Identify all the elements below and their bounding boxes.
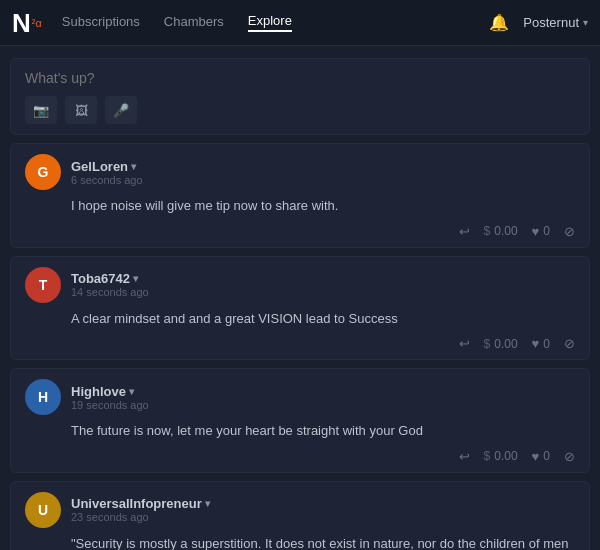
camera-icon: 📷 <box>33 103 49 118</box>
tip-amount[interactable]: $ 0.00 <box>484 449 518 463</box>
post-header: G GelLoren ▾ 6 seconds ago <box>25 154 575 190</box>
post-meta: Toba6742 ▾ 14 seconds ago <box>71 271 149 298</box>
post-header: T Toba6742 ▾ 14 seconds ago <box>25 267 575 303</box>
post-card: H Highlove ▾ 19 seconds ago The future i… <box>10 368 590 473</box>
post-time: 23 seconds ago <box>71 511 210 523</box>
post-body: I hope noise will give me tip now to sha… <box>71 196 575 216</box>
post-author[interactable]: GelLoren ▾ <box>71 159 143 174</box>
like-count: 0 <box>543 337 550 351</box>
nav-explore[interactable]: Explore <box>248 13 292 32</box>
post-box: 📷 🖼 🎤 <box>10 58 590 135</box>
post-card: U UniversalInfopreneur ▾ 23 seconds ago … <box>10 481 590 551</box>
reply-icon: ↩ <box>459 449 470 464</box>
like-count: 0 <box>543 449 550 463</box>
dollar-icon: $ <box>484 224 491 238</box>
post-meta: GelLoren ▾ 6 seconds ago <box>71 159 143 186</box>
avatar: T <box>25 267 61 303</box>
like-count: 0 <box>543 224 550 238</box>
like-button[interactable]: ♥ 0 <box>532 336 550 351</box>
navbar: N ²α Subscriptions Chambers Explore 🔔 Po… <box>0 0 600 46</box>
post-body: The future is now, let me your heart be … <box>71 421 575 441</box>
reply-icon: ↩ <box>459 336 470 351</box>
post-body: A clear mindset and and a great VISION l… <box>71 309 575 329</box>
reply-button[interactable]: ↩ <box>459 224 470 239</box>
feed: G GelLoren ▾ 6 seconds ago I hope noise … <box>0 143 600 550</box>
user-chevron-icon: ▾ <box>583 17 588 28</box>
heart-icon: ♥ <box>532 336 540 351</box>
avatar: H <box>25 379 61 415</box>
post-input[interactable] <box>25 70 575 86</box>
block-icon: ⊘ <box>564 449 575 464</box>
logo-n: N <box>12 10 31 36</box>
post-meta: UniversalInfopreneur ▾ 23 seconds ago <box>71 496 210 523</box>
author-chevron-icon: ▾ <box>133 273 138 284</box>
post-header: U UniversalInfopreneur ▾ 23 seconds ago <box>25 492 575 528</box>
amount-value: 0.00 <box>494 224 517 238</box>
dollar-icon: $ <box>484 449 491 463</box>
mic-button[interactable]: 🎤 <box>105 96 137 124</box>
block-icon: ⊘ <box>564 336 575 351</box>
user-menu[interactable]: Posternut ▾ <box>523 15 588 30</box>
like-button[interactable]: ♥ 0 <box>532 224 550 239</box>
nav-chambers[interactable]: Chambers <box>164 14 224 31</box>
post-time: 6 seconds ago <box>71 174 143 186</box>
tip-amount[interactable]: $ 0.00 <box>484 337 518 351</box>
post-card: T Toba6742 ▾ 14 seconds ago A clear mind… <box>10 256 590 361</box>
post-footer: ↩ $ 0.00 ♥ 0 ⊘ <box>25 336 575 351</box>
nav-right: 🔔 Posternut ▾ <box>489 13 588 32</box>
heart-icon: ♥ <box>532 449 540 464</box>
dollar-icon: $ <box>484 337 491 351</box>
post-author[interactable]: Highlove ▾ <box>71 384 149 399</box>
amount-value: 0.00 <box>494 449 517 463</box>
author-chevron-icon: ▾ <box>131 161 136 172</box>
block-button[interactable]: ⊘ <box>564 224 575 239</box>
post-time: 14 seconds ago <box>71 286 149 298</box>
author-chevron-icon: ▾ <box>129 386 134 397</box>
nav-links: Subscriptions Chambers Explore <box>62 13 490 32</box>
reply-button[interactable]: ↩ <box>459 336 470 351</box>
post-card: G GelLoren ▾ 6 seconds ago I hope noise … <box>10 143 590 248</box>
image-button[interactable]: 🖼 <box>65 96 97 124</box>
app-logo[interactable]: N ²α <box>12 10 42 36</box>
username-label: Posternut <box>523 15 579 30</box>
post-meta: Highlove ▾ 19 seconds ago <box>71 384 149 411</box>
mic-icon: 🎤 <box>113 103 129 118</box>
like-button[interactable]: ♥ 0 <box>532 449 550 464</box>
post-time: 19 seconds ago <box>71 399 149 411</box>
reply-icon: ↩ <box>459 224 470 239</box>
post-body: "Security is mostly a superstition. It d… <box>71 534 575 551</box>
post-author[interactable]: UniversalInfopreneur ▾ <box>71 496 210 511</box>
block-button[interactable]: ⊘ <box>564 336 575 351</box>
post-actions: 📷 🖼 🎤 <box>25 96 575 124</box>
post-footer: ↩ $ 0.00 ♥ 0 ⊘ <box>25 224 575 239</box>
tip-amount[interactable]: $ 0.00 <box>484 224 518 238</box>
heart-icon: ♥ <box>532 224 540 239</box>
image-icon: 🖼 <box>75 103 88 118</box>
camera-button[interactable]: 📷 <box>25 96 57 124</box>
block-icon: ⊘ <box>564 224 575 239</box>
post-header: H Highlove ▾ 19 seconds ago <box>25 379 575 415</box>
notification-bell-icon[interactable]: 🔔 <box>489 13 509 32</box>
post-author[interactable]: Toba6742 ▾ <box>71 271 149 286</box>
logo-sup: ²α <box>32 17 42 29</box>
reply-button[interactable]: ↩ <box>459 449 470 464</box>
amount-value: 0.00 <box>494 337 517 351</box>
post-footer: ↩ $ 0.00 ♥ 0 ⊘ <box>25 449 575 464</box>
nav-subscriptions[interactable]: Subscriptions <box>62 14 140 31</box>
avatar: U <box>25 492 61 528</box>
avatar: G <box>25 154 61 190</box>
author-chevron-icon: ▾ <box>205 498 210 509</box>
block-button[interactable]: ⊘ <box>564 449 575 464</box>
